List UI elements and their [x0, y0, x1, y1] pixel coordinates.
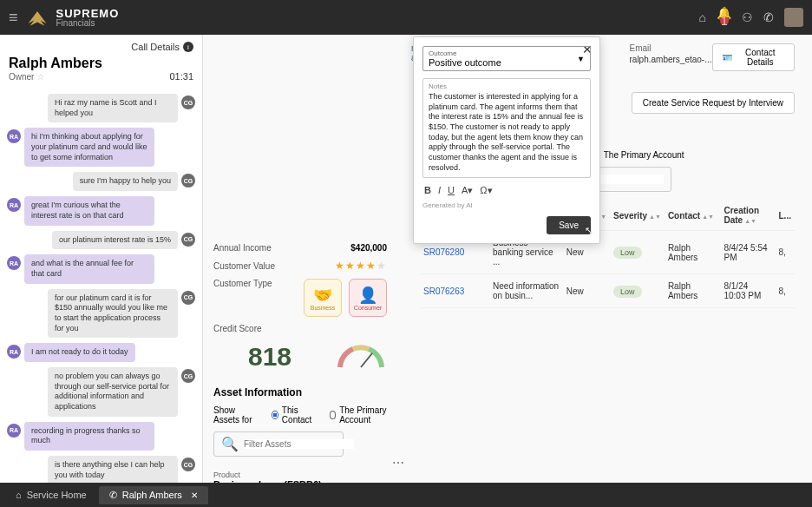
omega-icon[interactable]: Ω▾	[480, 185, 492, 196]
outcome-label: Outcome	[429, 49, 585, 57]
sr-severity: Low	[610, 274, 665, 308]
bell-icon[interactable]: 🔔1	[717, 6, 731, 29]
italic-icon[interactable]: I	[438, 185, 441, 195]
cust-value-label: Customer Value	[213, 261, 275, 271]
sr-date: 8/1/24 10:03 PM	[720, 274, 775, 308]
message-text: great I'm curious what the interest rate…	[24, 196, 154, 225]
tab-active-label: Ralph Ambers	[122, 490, 182, 500]
chat-message: is there anything else I can help you wi…	[7, 456, 195, 483]
chat-message: RAI am not ready to do it today	[7, 343, 195, 362]
avatar-bubble: RA	[7, 424, 21, 438]
save-button[interactable]: Save↖	[547, 216, 591, 234]
asset-title: Asset Information	[213, 386, 396, 398]
avatar-bubble: CG	[181, 458, 195, 471]
sr-contact: Ralph Ambers	[665, 231, 721, 274]
outcome-dropdown[interactable]: Outcome Positive outcome ▼	[422, 46, 591, 71]
avatar-bubble: CG	[181, 291, 195, 305]
phone-icon[interactable]: ✆	[763, 10, 774, 24]
asset-filter-box[interactable]: 🔍	[213, 431, 344, 457]
app-header: ≡ SUPREMO Financials ⌂ 🔔1 ⚇ ✆	[0, 0, 812, 35]
brand-logo	[25, 5, 49, 30]
star-rating: ★★★★★	[335, 260, 387, 272]
gauge-icon	[335, 344, 387, 370]
message-text: recording in progress thanks so much	[24, 422, 154, 451]
radio-primary-account[interactable]: The Primary Account	[592, 150, 684, 160]
avatar-bubble: CG	[181, 174, 195, 188]
avatar-bubble: RA	[7, 345, 21, 359]
owner-label: Owner	[9, 72, 34, 82]
table-row[interactable]: SR076263Need information on busin...NewL…	[420, 274, 795, 308]
bold-icon[interactable]: B	[424, 185, 431, 195]
notes-label: Notes	[429, 82, 585, 90]
logo-area: ≡ SUPREMO Financials	[9, 5, 119, 30]
message-text: our platinum interest rate is 15%	[52, 231, 178, 250]
outcome-value: Positive outcome	[429, 57, 585, 68]
asset-radio-account-label: The Primary Account	[339, 405, 396, 425]
contact-details-button[interactable]: 🪪 Contact Details	[712, 43, 795, 71]
tab-service-home[interactable]: ⌂ Service Home	[5, 486, 97, 504]
avatar-bubble: CG	[181, 233, 195, 247]
product-value: Business Loan (FSBB6)	[213, 479, 396, 483]
avatar[interactable]	[784, 8, 803, 27]
notes-field[interactable]: Notes The customer is interested in appl…	[422, 78, 591, 178]
asset-filter-input[interactable]	[244, 439, 354, 449]
table-header[interactable]: Contact▲▼	[665, 201, 721, 231]
chat-message: RAhi I'm thinking about applying for you…	[7, 128, 195, 167]
notification-badge: 1	[720, 16, 729, 25]
email-label: Email	[629, 43, 711, 53]
bottom-tab-bar: ⌂ Service Home ✆ Ralph Ambers ✕	[0, 483, 812, 507]
call-details-label: Call Details	[131, 42, 180, 52]
chevron-down-icon: ▼	[577, 55, 585, 63]
table-header[interactable]: L...	[776, 201, 795, 231]
message-text: for our platinum card it is for $150 ann…	[48, 289, 178, 339]
sr-status: New	[563, 274, 610, 308]
product-label: Product	[213, 471, 396, 479]
home-icon[interactable]: ⌂	[699, 10, 706, 24]
sr-title: Need information on busin...	[489, 274, 563, 308]
contact-details-label: Contact Details	[736, 48, 785, 67]
user-icon[interactable]: ⚇	[742, 10, 753, 24]
phone-icon: ✆	[109, 490, 117, 501]
tab-home-label: Service Home	[27, 490, 87, 500]
cust-type-label: Customer Type	[213, 279, 272, 288]
sr-last: 8,	[776, 274, 795, 308]
sr-last: 8,	[776, 231, 795, 274]
asset-radio-contact[interactable]: This Contact	[272, 405, 315, 425]
show-assets-label: Show Assets for	[213, 405, 258, 425]
font-color-icon[interactable]: A▾	[462, 185, 473, 196]
hamburger-icon[interactable]: ≡	[9, 9, 18, 27]
consumer-badge: 👤Consumer	[349, 279, 387, 317]
chat-message: for our platinum card it is for $150 ann…	[7, 289, 195, 339]
sr-contact: Ralph Ambers	[665, 274, 721, 308]
search-icon: 🔍	[221, 436, 239, 452]
more-icon[interactable]: ⋯	[392, 456, 404, 470]
message-text: and what is the annual fee for that card	[24, 254, 154, 283]
info-icon[interactable]: i	[183, 42, 193, 52]
avatar-bubble: CG	[181, 369, 195, 383]
message-text: sure I'm happy to help you	[73, 172, 178, 191]
handshake-icon: 🤝	[313, 286, 332, 305]
tab-close-icon[interactable]: ✕	[191, 491, 198, 500]
gen-ai-label: Generated by AI	[422, 201, 591, 209]
table-header[interactable]: Creation Date▲▼	[720, 201, 775, 231]
create-sr-button[interactable]: Create Service Request by Interview	[632, 92, 795, 114]
table-header[interactable]: Severity▲▼	[610, 201, 665, 231]
chat-transcript: Hi raz my name is Scott and I helped you…	[0, 89, 202, 483]
sr-severity: Low	[610, 231, 665, 274]
call-timer: 01:31	[169, 71, 193, 82]
message-text: I am not ready to do it today	[24, 343, 135, 362]
chat-message: no problem you can always go through our…	[7, 367, 195, 417]
asset-section: Asset Information Show Assets for This C…	[213, 386, 396, 483]
asset-radio-account[interactable]: The Primary Account	[330, 405, 396, 425]
chat-message: Hi raz my name is Scott and I helped you…	[7, 94, 195, 122]
avatar-bubble: RA	[7, 198, 21, 212]
home-icon: ⌂	[16, 490, 22, 500]
message-text: hi I'm thinking about applying for your …	[24, 128, 154, 167]
tab-ralph-ambers[interactable]: ✆ Ralph Ambers ✕	[99, 486, 208, 504]
business-badge-label: Business	[311, 305, 335, 311]
credit-label: Credit Score	[213, 324, 262, 333]
sr-ref[interactable]: SR076263	[420, 274, 489, 308]
underline-icon[interactable]: U	[448, 185, 455, 195]
chat-message: RAand what is the annual fee for that ca…	[7, 254, 195, 283]
person-icon: 👤	[358, 286, 377, 305]
